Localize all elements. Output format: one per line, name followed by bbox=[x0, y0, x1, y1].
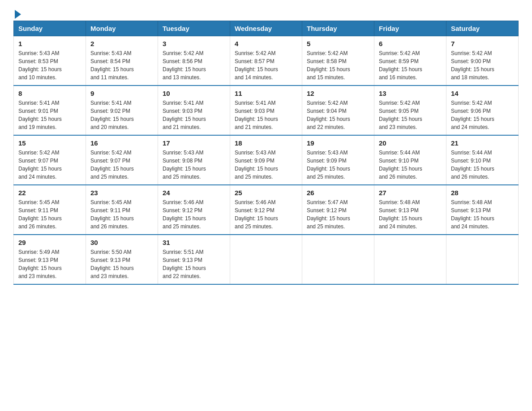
day-info: Sunrise: 5:41 AM Sunset: 9:03 PM Dayligh… bbox=[235, 99, 297, 131]
day-number: 15 bbox=[18, 139, 81, 147]
day-number: 28 bbox=[451, 189, 514, 197]
day-number: 4 bbox=[235, 40, 297, 47]
day-number: 2 bbox=[90, 40, 153, 47]
calendar-day-cell: 3 Sunrise: 5:42 AM Sunset: 8:56 PM Dayli… bbox=[158, 36, 230, 86]
calendar-day-cell: 13 Sunrise: 5:42 AM Sunset: 9:05 PM Dayl… bbox=[374, 86, 446, 135]
day-info: Sunrise: 5:43 AM Sunset: 8:54 PM Dayligh… bbox=[90, 49, 153, 81]
day-number: 10 bbox=[163, 90, 225, 97]
day-number: 6 bbox=[379, 40, 442, 47]
weekday-header-row: SundayMondayTuesdayWednesdayThursdayFrid… bbox=[14, 21, 519, 36]
calendar-day-cell: 23 Sunrise: 5:45 AM Sunset: 9:11 PM Dayl… bbox=[86, 185, 158, 235]
calendar-day-cell: 21 Sunrise: 5:44 AM Sunset: 9:10 PM Dayl… bbox=[446, 135, 519, 185]
day-info: Sunrise: 5:42 AM Sunset: 9:06 PM Dayligh… bbox=[451, 99, 514, 131]
day-info: Sunrise: 5:42 AM Sunset: 9:04 PM Dayligh… bbox=[307, 99, 369, 131]
calendar-day-cell: 22 Sunrise: 5:45 AM Sunset: 9:11 PM Dayl… bbox=[14, 185, 86, 235]
day-info: Sunrise: 5:42 AM Sunset: 9:07 PM Dayligh… bbox=[18, 149, 81, 181]
day-info: Sunrise: 5:46 AM Sunset: 9:12 PM Dayligh… bbox=[235, 198, 297, 231]
day-number: 17 bbox=[163, 139, 225, 147]
day-number: 23 bbox=[90, 189, 153, 197]
weekday-header-saturday: Saturday bbox=[446, 21, 519, 36]
calendar-day-cell: 18 Sunrise: 5:43 AM Sunset: 9:09 PM Dayl… bbox=[230, 135, 302, 185]
day-info: Sunrise: 5:51 AM Sunset: 9:13 PM Dayligh… bbox=[163, 248, 225, 280]
day-number: 9 bbox=[90, 90, 153, 97]
calendar-week-row: 8 Sunrise: 5:41 AM Sunset: 9:01 PM Dayli… bbox=[14, 86, 519, 135]
day-info: Sunrise: 5:42 AM Sunset: 9:00 PM Dayligh… bbox=[451, 49, 514, 81]
day-info: Sunrise: 5:45 AM Sunset: 9:11 PM Dayligh… bbox=[90, 198, 153, 231]
calendar-table: SundayMondayTuesdayWednesdayThursdayFrid… bbox=[13, 21, 519, 285]
day-info: Sunrise: 5:41 AM Sunset: 9:03 PM Dayligh… bbox=[163, 99, 225, 131]
calendar-day-cell: 12 Sunrise: 5:42 AM Sunset: 9:04 PM Dayl… bbox=[302, 86, 374, 135]
day-number: 29 bbox=[18, 239, 81, 246]
weekday-header-tuesday: Tuesday bbox=[158, 21, 230, 36]
day-info: Sunrise: 5:41 AM Sunset: 9:02 PM Dayligh… bbox=[90, 99, 153, 131]
day-info: Sunrise: 5:45 AM Sunset: 9:11 PM Dayligh… bbox=[18, 198, 81, 231]
calendar-week-row: 29 Sunrise: 5:49 AM Sunset: 9:13 PM Dayl… bbox=[14, 235, 519, 284]
day-number: 13 bbox=[379, 90, 442, 97]
calendar-day-cell: 24 Sunrise: 5:46 AM Sunset: 9:12 PM Dayl… bbox=[158, 185, 230, 235]
day-info: Sunrise: 5:48 AM Sunset: 9:13 PM Dayligh… bbox=[451, 198, 514, 231]
day-info: Sunrise: 5:49 AM Sunset: 9:13 PM Dayligh… bbox=[18, 248, 81, 280]
calendar-day-cell: 9 Sunrise: 5:41 AM Sunset: 9:02 PM Dayli… bbox=[86, 86, 158, 135]
calendar-day-cell: 10 Sunrise: 5:41 AM Sunset: 9:03 PM Dayl… bbox=[158, 86, 230, 135]
day-number: 16 bbox=[90, 139, 153, 147]
calendar-day-cell: 27 Sunrise: 5:48 AM Sunset: 9:13 PM Dayl… bbox=[374, 185, 446, 235]
day-number: 19 bbox=[307, 139, 369, 147]
calendar-day-cell: 15 Sunrise: 5:42 AM Sunset: 9:07 PM Dayl… bbox=[14, 135, 86, 185]
calendar-day-cell: 25 Sunrise: 5:46 AM Sunset: 9:12 PM Dayl… bbox=[230, 185, 302, 235]
day-number: 30 bbox=[90, 239, 153, 246]
calendar-header: SundayMondayTuesdayWednesdayThursdayFrid… bbox=[14, 21, 519, 36]
day-number: 3 bbox=[163, 40, 225, 47]
calendar-day-cell: 19 Sunrise: 5:43 AM Sunset: 9:09 PM Dayl… bbox=[302, 135, 374, 185]
calendar-day-cell: 14 Sunrise: 5:42 AM Sunset: 9:06 PM Dayl… bbox=[446, 86, 519, 135]
weekday-header-sunday: Sunday bbox=[14, 21, 86, 36]
calendar-day-cell: 30 Sunrise: 5:50 AM Sunset: 9:13 PM Dayl… bbox=[86, 235, 158, 284]
day-number: 11 bbox=[235, 90, 297, 97]
day-info: Sunrise: 5:48 AM Sunset: 9:13 PM Dayligh… bbox=[379, 198, 442, 231]
day-number: 22 bbox=[18, 189, 81, 197]
day-info: Sunrise: 5:43 AM Sunset: 9:09 PM Dayligh… bbox=[235, 149, 297, 181]
logo-arrow-icon bbox=[15, 10, 21, 19]
day-info: Sunrise: 5:46 AM Sunset: 9:12 PM Dayligh… bbox=[163, 198, 225, 231]
day-info: Sunrise: 5:42 AM Sunset: 8:56 PM Dayligh… bbox=[163, 49, 225, 81]
day-info: Sunrise: 5:42 AM Sunset: 8:59 PM Dayligh… bbox=[379, 49, 442, 81]
calendar-day-cell: 29 Sunrise: 5:49 AM Sunset: 9:13 PM Dayl… bbox=[14, 235, 86, 284]
day-info: Sunrise: 5:42 AM Sunset: 9:07 PM Dayligh… bbox=[90, 149, 153, 181]
day-info: Sunrise: 5:42 AM Sunset: 9:05 PM Dayligh… bbox=[379, 99, 442, 131]
calendar-day-cell bbox=[446, 235, 519, 284]
calendar-day-cell: 17 Sunrise: 5:43 AM Sunset: 9:08 PM Dayl… bbox=[158, 135, 230, 185]
weekday-header-thursday: Thursday bbox=[302, 21, 374, 36]
calendar-day-cell bbox=[230, 235, 302, 284]
calendar-day-cell: 31 Sunrise: 5:51 AM Sunset: 9:13 PM Dayl… bbox=[158, 235, 230, 284]
calendar-day-cell: 26 Sunrise: 5:47 AM Sunset: 9:12 PM Dayl… bbox=[302, 185, 374, 235]
calendar-week-row: 15 Sunrise: 5:42 AM Sunset: 9:07 PM Dayl… bbox=[14, 135, 519, 185]
day-info: Sunrise: 5:41 AM Sunset: 9:01 PM Dayligh… bbox=[18, 99, 81, 131]
day-info: Sunrise: 5:43 AM Sunset: 9:08 PM Dayligh… bbox=[163, 149, 225, 181]
calendar-day-cell: 11 Sunrise: 5:41 AM Sunset: 9:03 PM Dayl… bbox=[230, 86, 302, 135]
day-info: Sunrise: 5:50 AM Sunset: 9:13 PM Dayligh… bbox=[90, 248, 153, 280]
calendar-day-cell bbox=[302, 235, 374, 284]
calendar-day-cell: 28 Sunrise: 5:48 AM Sunset: 9:13 PM Dayl… bbox=[446, 185, 519, 235]
calendar-day-cell: 5 Sunrise: 5:42 AM Sunset: 8:58 PM Dayli… bbox=[302, 36, 374, 86]
day-info: Sunrise: 5:42 AM Sunset: 8:57 PM Dayligh… bbox=[235, 49, 297, 81]
calendar-day-cell: 7 Sunrise: 5:42 AM Sunset: 9:00 PM Dayli… bbox=[446, 36, 519, 86]
calendar-week-row: 1 Sunrise: 5:43 AM Sunset: 8:53 PM Dayli… bbox=[14, 36, 519, 86]
calendar-day-cell: 2 Sunrise: 5:43 AM Sunset: 8:54 PM Dayli… bbox=[86, 36, 158, 86]
logo bbox=[13, 9, 21, 16]
day-number: 5 bbox=[307, 40, 369, 47]
day-number: 24 bbox=[163, 189, 225, 197]
day-number: 25 bbox=[235, 189, 297, 197]
calendar-day-cell: 1 Sunrise: 5:43 AM Sunset: 8:53 PM Dayli… bbox=[14, 36, 86, 86]
day-info: Sunrise: 5:47 AM Sunset: 9:12 PM Dayligh… bbox=[307, 198, 369, 231]
day-info: Sunrise: 5:43 AM Sunset: 9:09 PM Dayligh… bbox=[307, 149, 369, 181]
day-info: Sunrise: 5:42 AM Sunset: 8:58 PM Dayligh… bbox=[307, 49, 369, 81]
weekday-header-monday: Monday bbox=[86, 21, 158, 36]
day-info: Sunrise: 5:44 AM Sunset: 9:10 PM Dayligh… bbox=[379, 149, 442, 181]
weekday-header-friday: Friday bbox=[374, 21, 446, 36]
calendar-week-row: 22 Sunrise: 5:45 AM Sunset: 9:11 PM Dayl… bbox=[14, 185, 519, 235]
weekday-header-wednesday: Wednesday bbox=[230, 21, 302, 36]
day-number: 12 bbox=[307, 90, 369, 97]
day-number: 31 bbox=[163, 239, 225, 246]
calendar-day-cell: 6 Sunrise: 5:42 AM Sunset: 8:59 PM Dayli… bbox=[374, 36, 446, 86]
day-number: 18 bbox=[235, 139, 297, 147]
day-number: 27 bbox=[379, 189, 442, 197]
